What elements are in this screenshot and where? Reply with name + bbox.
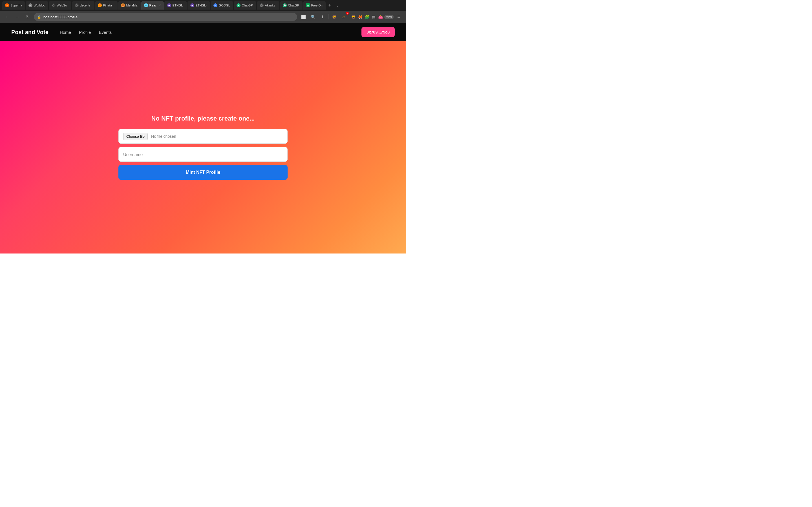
profile-form: Choose file No file chosen Mint NFT Prof… — [118, 129, 288, 180]
tab-ethglo1[interactable]: ◆ ETHGlo — [164, 1, 187, 10]
ext-icon-puzzle[interactable]: 🧩 — [364, 14, 370, 20]
username-input[interactable] — [118, 147, 288, 162]
tab-label-decentr: decentr — [80, 4, 91, 7]
mint-nft-button[interactable]: Mint NFT Profile — [118, 165, 288, 180]
tab-pinata[interactable]: 📌 Pinata — [95, 1, 117, 10]
new-tab-button[interactable]: + — [326, 3, 333, 8]
tab-webso[interactable]: ⬡ WebSo — [49, 1, 71, 10]
tab-icon-freeon: ▦ — [306, 3, 310, 7]
nav-link-home[interactable]: Home — [60, 30, 71, 35]
tab-icon-chatgp1: ✦ — [237, 3, 241, 7]
tab-icon-google: G — [213, 3, 217, 7]
tab-menu-button[interactable]: ⌄ — [334, 3, 341, 8]
address-bar: 🔒 — [34, 13, 297, 21]
tab-label-akanks: Akanks — [265, 4, 275, 7]
back-button[interactable]: ← — [3, 13, 11, 21]
choose-file-button[interactable]: Choose file — [123, 133, 148, 140]
forward-button[interactable]: → — [13, 13, 21, 21]
tab-ethglo2[interactable]: ◆ ETHGlo — [188, 1, 210, 10]
share-button[interactable]: ⬆ — [319, 13, 326, 21]
extension-icons: 🦁 🦊 🧩 ▤ 👛 VPN ≡ — [350, 13, 403, 21]
tab-icon-pinata: 📌 — [98, 3, 102, 7]
no-profile-text: No NFT profile, please create one... — [151, 115, 255, 122]
tab-icon-worldcc: W — [29, 3, 33, 7]
tab-label-freeon: Free On — [311, 4, 322, 7]
vpn-badge[interactable]: VPN — [384, 15, 394, 19]
screenshot-button[interactable]: ⬜ — [299, 13, 307, 21]
tab-label-ethglo2: ETHGlo — [196, 4, 207, 7]
browser-chrome: S Superha W Worldcc ⬡ WebSo ⬡ decentr 📌 … — [0, 0, 406, 23]
tab-label-pinata: Pinata — [103, 4, 112, 7]
tab-icon-react: ⚛ — [144, 3, 148, 7]
tab-label-worldcc: Worldcc — [34, 4, 45, 7]
wallet-button[interactable]: 0x709...79c8 — [361, 27, 395, 37]
tab-chatgp2[interactable]: 💬 ChatGP — [280, 1, 303, 10]
tab-icon-ethglo2: ◆ — [190, 3, 194, 7]
tab-akanks[interactable]: ⬡ Akanks — [257, 1, 280, 10]
toolbar: ← → ↻ 🔒 ⬜ 🔍 ⬆ 🦁 ⚠ 🦁 🦊 🧩 ▤ 👛 VPN ≡ — [0, 11, 406, 23]
toolbar-actions: ⬜ 🔍 ⬆ 🦁 ⚠ 🦁 🦊 🧩 ▤ 👛 VPN ≡ — [299, 13, 403, 21]
tab-superha[interactable]: S Superha — [2, 1, 25, 10]
file-input-wrapper: Choose file No file chosen — [118, 129, 288, 144]
tab-decentr[interactable]: ⬡ decentr — [72, 1, 94, 10]
tab-label-superha: Superha — [10, 4, 22, 7]
navbar-nav: Home Profile Events — [60, 30, 361, 35]
ext-icon-fox[interactable]: 🦊 — [357, 14, 363, 20]
lock-icon: 🔒 — [37, 15, 41, 19]
navbar-brand: Post and Vote — [11, 29, 49, 36]
tab-label-webso: WebSo — [57, 4, 67, 7]
tab-icon-superha: S — [5, 3, 9, 7]
tab-bar: S Superha W Worldcc ⬡ WebSo ⬡ decentr 📌 … — [0, 0, 406, 11]
tab-chatgp1[interactable]: ✦ ChatGP — [234, 1, 256, 10]
ext-icon-wallet[interactable]: 👛 — [377, 14, 383, 20]
tab-icon-chatgp2: 💬 — [283, 3, 287, 7]
tab-label-google: GOOGL — [219, 4, 230, 7]
tab-icon-metama: 🦊 — [121, 3, 125, 7]
tab-icon-webso: ⬡ — [52, 3, 56, 7]
tab-freeon[interactable]: ▦ Free On — [303, 1, 326, 10]
address-input[interactable] — [43, 15, 294, 19]
separator — [328, 14, 328, 19]
tab-icon-decentr: ⬡ — [75, 3, 79, 7]
tab-label-chatgp2: ChatGP — [288, 4, 299, 7]
tab-label-react: Reac — [149, 4, 157, 7]
navbar: Post and Vote Home Profile Events 0x709.… — [0, 23, 406, 41]
ext-icon-brave[interactable]: 🦁 — [350, 14, 356, 20]
main-area: No NFT profile, please create one... Cho… — [0, 41, 406, 253]
page-content: Post and Vote Home Profile Events 0x709.… — [0, 23, 406, 253]
no-file-text: No file chosen — [151, 134, 176, 138]
reload-button[interactable]: ↻ — [24, 13, 32, 21]
tab-icon-ethglo1: ◆ — [167, 3, 171, 7]
tab-google[interactable]: G GOOGL — [211, 1, 233, 10]
menu-button[interactable]: ≡ — [395, 13, 403, 21]
nav-link-profile[interactable]: Profile — [79, 30, 91, 35]
brave-shield-button[interactable]: 🦁 — [330, 13, 338, 21]
nav-link-events[interactable]: Events — [99, 30, 112, 35]
brave-alert-button[interactable]: ⚠ — [340, 13, 348, 21]
tab-metama[interactable]: 🦊 MetaMa — [118, 1, 141, 10]
tab-worldcc[interactable]: W Worldcc — [26, 1, 48, 10]
tab-close-react[interactable]: ✕ — [159, 4, 161, 7]
tab-label-chatgp1: ChatGP — [242, 4, 253, 7]
search-button[interactable]: 🔍 — [309, 13, 317, 21]
tab-react[interactable]: ⚛ Reac ✕ — [141, 1, 164, 10]
ext-icon-sidebar[interactable]: ▤ — [371, 14, 376, 20]
tab-label-ethglo1: ETHGlo — [172, 4, 184, 7]
tab-label-metama: MetaMa — [126, 4, 138, 7]
tab-icon-akanks: ⬡ — [260, 3, 264, 7]
